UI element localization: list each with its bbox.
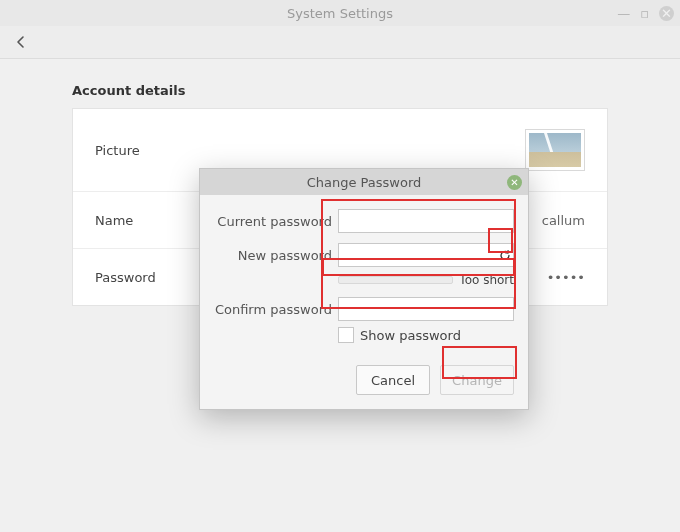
confirm-password-input[interactable] xyxy=(338,297,514,321)
window-title: System Settings xyxy=(0,6,680,21)
current-password-input[interactable] xyxy=(338,209,514,233)
avatar-picker[interactable] xyxy=(525,129,585,171)
password-strength-row: Too short xyxy=(338,273,514,287)
arrow-left-icon xyxy=(13,34,29,50)
confirm-password-label: Confirm password xyxy=(214,302,338,317)
generate-password-button[interactable] xyxy=(497,248,512,263)
back-button[interactable] xyxy=(10,31,32,53)
show-password-label: Show password xyxy=(360,328,461,343)
password-strength-bar xyxy=(338,276,453,284)
current-password-label: Current password xyxy=(214,214,338,229)
dialog-header: Change Password ✕ xyxy=(200,169,528,195)
refresh-icon xyxy=(498,248,512,262)
change-button-label: Change xyxy=(452,373,502,388)
maximize-icon[interactable]: ▫ xyxy=(640,6,649,21)
dialog-close-button[interactable]: ✕ xyxy=(507,175,522,190)
cancel-button-label: Cancel xyxy=(371,373,415,388)
current-password-row: Current password xyxy=(214,209,514,233)
new-password-row: New password xyxy=(214,243,514,267)
cancel-button[interactable]: Cancel xyxy=(356,365,430,395)
password-value: ••••• xyxy=(547,270,585,285)
picture-label: Picture xyxy=(95,143,140,158)
titlebar: System Settings — ▫ ✕ xyxy=(0,0,680,26)
change-password-dialog: Change Password ✕ Current password New p… xyxy=(199,168,529,410)
show-password-checkbox[interactable] xyxy=(338,327,354,343)
toolbar xyxy=(0,26,680,59)
dialog-actions: Cancel Change xyxy=(200,355,528,409)
show-password-row: Show password xyxy=(338,327,514,343)
dialog-body: Current password New password Too short xyxy=(200,195,528,355)
change-button[interactable]: Change xyxy=(440,365,514,395)
close-icon[interactable]: ✕ xyxy=(659,6,674,21)
name-label: Name xyxy=(95,213,133,228)
name-value: callum xyxy=(542,213,585,228)
close-icon: ✕ xyxy=(510,177,518,188)
window-controls: — ▫ ✕ xyxy=(617,0,674,26)
section-title: Account details xyxy=(72,83,608,98)
dialog-title: Change Password xyxy=(200,175,528,190)
minimize-icon[interactable]: — xyxy=(617,6,630,21)
new-password-input[interactable] xyxy=(338,243,514,267)
password-label: Password xyxy=(95,270,156,285)
confirm-password-row: Confirm password xyxy=(214,297,514,321)
avatar-image xyxy=(529,133,581,167)
password-strength-text: Too short xyxy=(459,273,514,287)
new-password-label: New password xyxy=(214,248,338,263)
